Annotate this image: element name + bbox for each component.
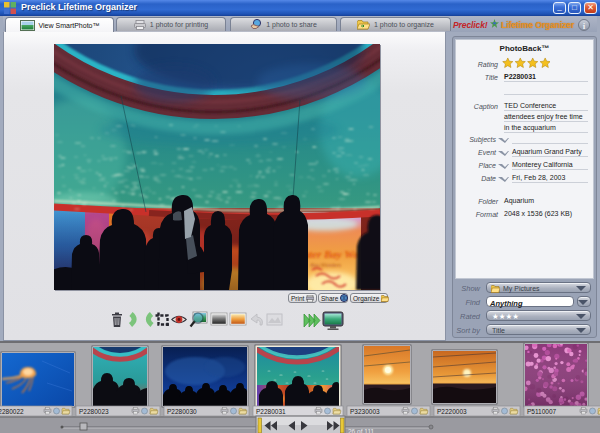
svg-text:P3230003: P3230003 <box>350 408 380 415</box>
svg-text:P5110007: P5110007 <box>527 408 557 415</box>
svg-text:P2220003: P2220003 <box>437 408 467 415</box>
svg-text:P2280022: P2280022 <box>0 408 24 415</box>
svg-text:P2280023: P2280023 <box>79 408 109 415</box>
svg-text:26 of 111: 26 of 111 <box>348 428 375 433</box>
svg-text:P2280031: P2280031 <box>256 408 286 415</box>
svg-text:P2280030: P2280030 <box>167 408 197 415</box>
svg-text:Alex Wonders: Alex Wonders <box>310 262 342 268</box>
